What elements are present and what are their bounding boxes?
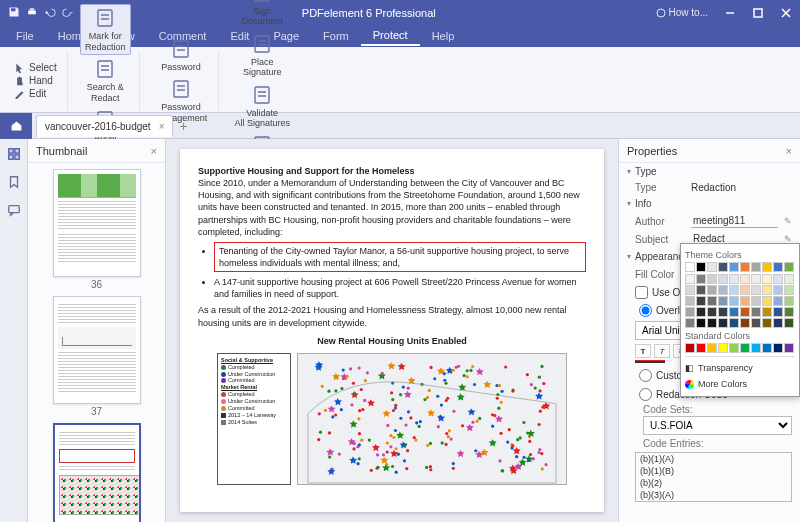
home-icon[interactable] <box>0 113 32 139</box>
color-swatch[interactable] <box>685 307 695 317</box>
redaction-code-radio[interactable] <box>639 388 652 401</box>
color-swatch[interactable] <box>696 262 706 272</box>
close-button[interactable] <box>772 0 800 25</box>
sign-button[interactable]: SignDocument <box>237 0 288 30</box>
thumbnail-page-37[interactable]: 37 <box>47 296 147 417</box>
color-swatch[interactable] <box>740 285 750 295</box>
color-swatch[interactable] <box>751 318 761 328</box>
more-colors-option[interactable]: More Colors <box>685 376 795 392</box>
overlay-text-radio[interactable] <box>639 304 652 317</box>
color-swatch[interactable] <box>729 343 739 353</box>
redo-quick-icon[interactable] <box>62 6 74 20</box>
color-swatch[interactable] <box>762 285 772 295</box>
code-entry[interactable]: (b)(1)(A) <box>636 453 791 465</box>
color-swatch[interactable] <box>762 262 772 272</box>
color-swatch[interactable] <box>740 343 750 353</box>
color-swatch[interactable] <box>773 262 783 272</box>
author-field[interactable]: meeting811 <box>691 214 778 228</box>
color-swatch[interactable] <box>707 285 717 295</box>
color-swatch[interactable] <box>762 307 772 317</box>
code-entry[interactable]: (b)(3)(A) <box>636 489 791 501</box>
color-swatch[interactable] <box>718 285 728 295</box>
validate-button[interactable]: ValidateAll Signatures <box>229 81 295 132</box>
color-swatch[interactable] <box>762 343 772 353</box>
edit-author-icon[interactable]: ✎ <box>784 216 792 226</box>
color-swatch[interactable] <box>685 343 695 353</box>
color-swatch[interactable] <box>696 318 706 328</box>
color-swatch[interactable] <box>784 296 794 306</box>
color-swatch[interactable] <box>773 274 783 284</box>
mark-redaction-button[interactable]: Mark forRedaction <box>80 4 131 55</box>
code-entries-list[interactable]: (b)(1)(A)(b)(1)(B)(b)(2)(b)(3)(A) <box>635 452 792 502</box>
document-page[interactable]: Supportive Housing and Support for the H… <box>180 149 604 512</box>
color-swatch[interactable] <box>729 274 739 284</box>
color-swatch[interactable] <box>707 343 717 353</box>
bookmarks-tab-icon[interactable] <box>5 173 23 191</box>
menu-form[interactable]: Form <box>311 27 361 45</box>
close-thumbnail-panel-icon[interactable]: × <box>151 145 157 157</box>
color-swatch[interactable] <box>773 285 783 295</box>
color-swatch[interactable] <box>729 296 739 306</box>
bold-button[interactable]: T <box>635 344 651 358</box>
codeset-select[interactable]: U.S.FOIA <box>643 416 792 435</box>
maximize-button[interactable] <box>744 0 772 25</box>
color-swatch[interactable] <box>685 274 695 284</box>
edit-tool[interactable]: Edit <box>14 88 46 99</box>
color-swatch[interactable] <box>696 274 706 284</box>
hand-tool[interactable]: Hand <box>14 75 53 86</box>
howto-link[interactable]: How to... <box>656 7 708 18</box>
color-swatch[interactable] <box>696 343 706 353</box>
color-swatch[interactable] <box>729 285 739 295</box>
section-type[interactable]: Type <box>619 163 800 180</box>
document-tab[interactable]: vancouver-2016-budget × <box>36 115 173 137</box>
menu-file[interactable]: File <box>4 27 46 45</box>
password-button[interactable]: Password <box>156 35 206 75</box>
menu-protect[interactable]: Protect <box>361 26 420 46</box>
color-swatch[interactable] <box>696 285 706 295</box>
color-swatch[interactable] <box>685 296 695 306</box>
custom-text-radio[interactable] <box>639 369 652 382</box>
color-swatch[interactable] <box>773 343 783 353</box>
color-swatch[interactable] <box>729 318 739 328</box>
color-swatch[interactable] <box>740 307 750 317</box>
close-tab-icon[interactable]: × <box>159 121 165 132</box>
color-swatch[interactable] <box>784 343 794 353</box>
close-properties-icon[interactable]: × <box>786 145 792 157</box>
thumbnail-page-38[interactable]: 38 <box>47 423 147 522</box>
color-swatch[interactable] <box>685 262 695 272</box>
code-entry[interactable]: (b)(2) <box>636 477 791 489</box>
color-swatch[interactable] <box>762 318 772 328</box>
color-swatch[interactable] <box>740 318 750 328</box>
color-swatch[interactable] <box>784 318 794 328</box>
italic-button[interactable]: T <box>654 344 670 358</box>
color-swatch[interactable] <box>718 343 728 353</box>
color-swatch[interactable] <box>751 262 761 272</box>
color-swatch[interactable] <box>784 262 794 272</box>
color-swatch[interactable] <box>751 343 761 353</box>
color-swatch[interactable] <box>784 285 794 295</box>
color-swatch[interactable] <box>718 296 728 306</box>
color-swatch[interactable] <box>685 285 695 295</box>
transparency-option[interactable]: ◧Transparency <box>685 360 795 376</box>
annotations-tab-icon[interactable] <box>5 201 23 219</box>
color-swatch[interactable] <box>707 296 717 306</box>
color-swatch[interactable] <box>707 262 717 272</box>
color-swatch[interactable] <box>762 296 772 306</box>
minimize-button[interactable] <box>716 0 744 25</box>
color-swatch[interactable] <box>685 318 695 328</box>
select-tool[interactable]: Select <box>14 62 57 73</box>
color-swatch[interactable] <box>740 274 750 284</box>
color-swatch[interactable] <box>707 307 717 317</box>
thumbnails-tab-icon[interactable] <box>5 145 23 163</box>
redaction-selection[interactable]: Tenanting of the City-owned Taylor Manor… <box>214 242 586 272</box>
color-swatch[interactable] <box>751 274 761 284</box>
search-redact-button[interactable]: Search &Redact <box>81 55 129 106</box>
color-swatch[interactable] <box>718 318 728 328</box>
color-swatch[interactable] <box>718 307 728 317</box>
color-swatch[interactable] <box>696 296 706 306</box>
add-tab-button[interactable]: + <box>173 116 193 136</box>
color-swatch[interactable] <box>718 274 728 284</box>
text-color-swatch[interactable] <box>635 360 665 363</box>
menu-help[interactable]: Help <box>420 27 467 45</box>
thumbnail-page-36[interactable]: 36 <box>47 169 147 290</box>
